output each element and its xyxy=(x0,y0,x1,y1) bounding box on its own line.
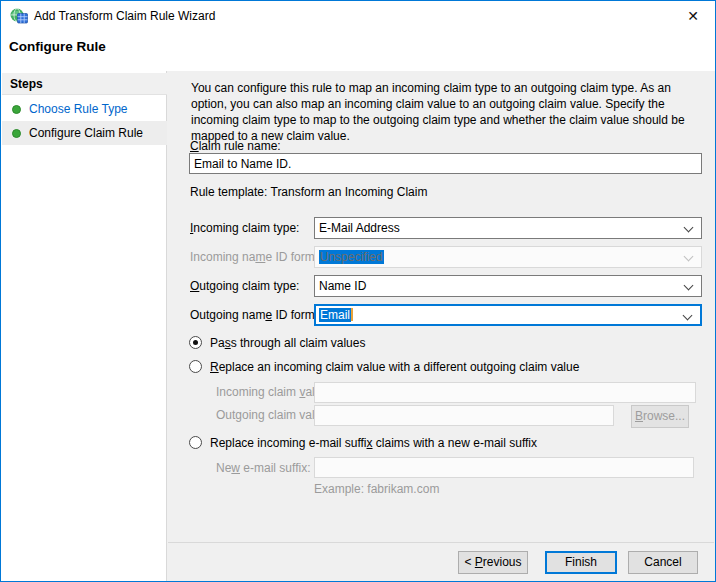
outgoing-claim-type-select[interactable]: Name ID xyxy=(314,275,702,297)
outgoing-claim-type-label: Outgoing claim type: xyxy=(190,279,299,293)
step-complete-icon xyxy=(12,105,21,114)
radio-button-icon xyxy=(189,360,202,373)
new-email-suffix-label: New e-mail suffix: xyxy=(216,461,310,475)
selected-value: Email xyxy=(319,308,351,322)
close-icon[interactable]: ✕ xyxy=(681,6,705,26)
browse-button: Browse... xyxy=(631,405,689,428)
step-label: Configure Claim Rule xyxy=(29,121,143,145)
sidebar-background xyxy=(1,71,167,581)
rule-template-text: Rule template: Transform an Incoming Cla… xyxy=(190,185,427,199)
new-email-suffix-input xyxy=(314,457,694,478)
sidebar-item-configure-claim-rule[interactable]: Configure Claim Rule xyxy=(2,121,167,145)
cancel-button[interactable]: Cancel xyxy=(628,551,698,574)
chevron-down-icon xyxy=(684,252,694,262)
radio-label: Pass through all claim values xyxy=(210,336,365,350)
selected-value: E-Mail Address xyxy=(319,221,400,235)
step-complete-icon xyxy=(12,129,21,138)
outgoing-name-id-format-select[interactable]: Email xyxy=(314,304,702,326)
previous-button[interactable]: < Previous xyxy=(458,551,528,574)
step-label: Choose Rule Type xyxy=(29,97,128,121)
claim-rule-name-label: Claim rule name: xyxy=(190,139,281,153)
selected-value: Name ID xyxy=(319,279,366,293)
finish-button[interactable]: Finish xyxy=(545,551,617,574)
chevron-down-icon xyxy=(683,311,693,321)
incoming-claim-type-label: Incoming claim type: xyxy=(190,221,299,235)
suffix-example-text: Example: fabrikam.com xyxy=(314,482,439,496)
adfs-wizard-icon xyxy=(10,8,28,24)
rule-description-text: You can configure this rule to map an in… xyxy=(191,80,703,144)
text-caret xyxy=(351,308,353,321)
title-bar: Add Transform Claim Rule Wizard ✕ xyxy=(1,1,715,31)
chevron-down-icon xyxy=(684,281,694,291)
radio-label: Replace incoming e-mail suffix claims wi… xyxy=(210,436,537,450)
outgoing-claim-value-input xyxy=(314,405,614,426)
steps-heading: Steps xyxy=(2,73,167,95)
outgoing-name-id-format-label: Outgoing name ID format: xyxy=(190,308,328,322)
window-title: Add Transform Claim Rule Wizard xyxy=(34,9,215,23)
sidebar-item-choose-rule-type[interactable]: Choose Rule Type xyxy=(2,97,167,121)
incoming-claim-value-input xyxy=(314,382,696,403)
radio-label: Replace an incoming claim value with a d… xyxy=(210,360,579,374)
radio-button-icon xyxy=(189,336,202,349)
incoming-name-id-format-select: Unspecified xyxy=(314,246,702,268)
wizard-window: Add Transform Claim Rule Wizard ✕ Config… xyxy=(0,0,716,582)
page-title: Configure Rule xyxy=(9,39,106,54)
incoming-name-id-format-label: Incoming name ID format: xyxy=(190,250,328,264)
selected-value: Unspecified xyxy=(319,250,384,264)
radio-button-icon xyxy=(189,436,202,449)
footer-divider xyxy=(168,542,714,543)
incoming-claim-type-select[interactable]: E-Mail Address xyxy=(314,217,702,239)
chevron-down-icon xyxy=(684,223,694,233)
claim-rule-name-input[interactable] xyxy=(189,153,702,174)
